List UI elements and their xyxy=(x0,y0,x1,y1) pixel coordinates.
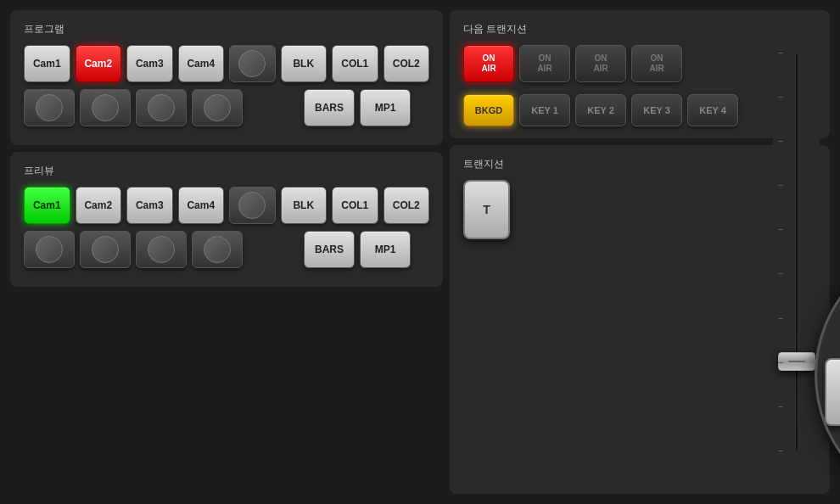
cut-partial[interactable]: T xyxy=(463,180,510,239)
program-thumb-row: BARS MP1 xyxy=(24,89,429,126)
key-key2[interactable]: KEY 2 xyxy=(575,94,626,126)
preview-cam1[interactable]: Cam1 xyxy=(24,187,70,224)
program-mp1[interactable]: MP1 xyxy=(360,89,411,126)
preview-thumb4[interactable] xyxy=(136,231,187,268)
main-container: 프로그램 Cam1 Cam2 Cam3 Cam4 BLK COL1 COL2 B… xyxy=(0,0,840,504)
preview-thumb3[interactable] xyxy=(80,231,131,268)
key-key3[interactable]: KEY 3 xyxy=(631,94,682,126)
on-air-row: ONAIR ONAIR ONAIR ONAIR xyxy=(463,45,816,82)
program-blk[interactable]: BLK xyxy=(281,45,328,82)
left-side: 프로그램 Cam1 Cam2 Cam3 Cam4 BLK COL1 COL2 B… xyxy=(10,10,443,494)
preview-mp1[interactable]: MP1 xyxy=(360,231,411,268)
fader-mark-10 xyxy=(778,451,783,451)
fader-mark-3 xyxy=(778,141,783,142)
preview-bars[interactable]: BARS xyxy=(304,231,355,268)
fader-scale-marks xyxy=(778,53,783,451)
preview-thumb5[interactable] xyxy=(192,231,243,268)
key-key4[interactable]: KEY 4 xyxy=(687,94,738,126)
on-air-btn-1[interactable]: ONAIR xyxy=(463,45,514,82)
on-air-btn-2[interactable]: ONAIR xyxy=(519,45,570,82)
fader-mark-2 xyxy=(778,97,783,98)
fader-mark-6 xyxy=(778,273,783,274)
fader-container xyxy=(773,20,820,484)
right-side: 다음 트랜지션 ONAIR ONAIR ONAIR ONAIR BKGD KEY… xyxy=(450,10,830,494)
preview-cam2[interactable]: Cam2 xyxy=(76,187,122,224)
cut-button[interactable]: T xyxy=(825,358,840,426)
preview-button-row: Cam1 Cam2 Cam3 Cam4 BLK COL1 COL2 xyxy=(24,187,429,224)
program-thumb5[interactable] xyxy=(192,89,243,126)
transition-lower-label: 트랜지션 xyxy=(463,157,816,171)
fader-scale xyxy=(773,31,820,473)
transition-label: 다음 트랜지션 xyxy=(463,22,816,36)
program-cam3[interactable]: Cam3 xyxy=(126,45,173,82)
program-cam4[interactable]: Cam4 xyxy=(178,45,225,82)
program-bars[interactable]: BARS xyxy=(304,89,355,126)
key-row: BKGD KEY 1 KEY 2 KEY 3 KEY 4 xyxy=(463,94,816,126)
preview-thumb2[interactable] xyxy=(24,231,75,268)
fader-mark-4 xyxy=(778,185,783,186)
fader-mark-9 xyxy=(778,406,783,407)
fader-handle[interactable] xyxy=(778,352,815,371)
key-key1[interactable]: KEY 1 xyxy=(519,94,570,126)
program-thumb4[interactable] xyxy=(136,89,187,126)
program-thumb1[interactable] xyxy=(229,45,276,82)
preview-thumb-row: BARS MP1 xyxy=(24,231,429,268)
btn-row-circle: T AUTO 1:24 xyxy=(825,358,840,426)
fader-mark-5 xyxy=(778,229,783,230)
fader-mark-7 xyxy=(778,318,783,319)
program-col2[interactable]: COL2 xyxy=(384,45,430,82)
program-label: 프로그램 xyxy=(24,22,429,36)
program-thumb2[interactable] xyxy=(24,89,75,126)
program-cam2[interactable]: Cam2 xyxy=(76,45,122,82)
program-col1[interactable]: COL1 xyxy=(332,45,378,82)
program-thumb3[interactable] xyxy=(80,89,131,126)
speed-label-row: 속도 xyxy=(834,324,840,344)
fader-mark-1 xyxy=(778,53,783,53)
on-air-btn-3[interactable]: ONAIR xyxy=(575,45,626,82)
fader-track xyxy=(795,53,798,451)
program-cam1[interactable]: Cam1 xyxy=(24,45,70,82)
preview-cam3[interactable]: Cam3 xyxy=(126,187,173,224)
preview-col2[interactable]: COL2 xyxy=(384,187,430,224)
preview-cam4[interactable]: Cam4 xyxy=(178,187,225,224)
preview-col1[interactable]: COL1 xyxy=(332,187,378,224)
preview-panel: 프리뷰 Cam1 Cam2 Cam3 Cam4 BLK COL1 COL2 BA… xyxy=(10,152,443,287)
on-air-btn-4[interactable]: ONAIR xyxy=(631,45,682,82)
preview-label: 프리뷰 xyxy=(24,164,429,178)
program-panel: 프로그램 Cam1 Cam2 Cam3 Cam4 BLK COL1 COL2 B… xyxy=(10,10,443,145)
preview-thumb1[interactable] xyxy=(229,187,276,224)
program-button-row: Cam1 Cam2 Cam3 Cam4 BLK COL1 COL2 xyxy=(24,45,429,82)
preview-blk[interactable]: BLK xyxy=(281,187,328,224)
key-bkgd[interactable]: BKGD xyxy=(463,94,514,126)
fader-mark-8 xyxy=(778,362,783,363)
